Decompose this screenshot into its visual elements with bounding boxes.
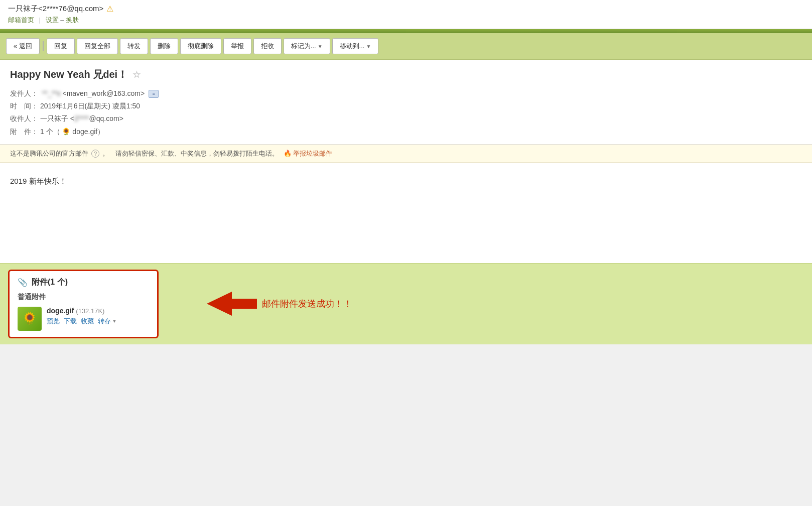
attachment-section: 📎 附件(1 个) 普通附件 🌻 doge.gif (132.17K) 预览 下… <box>0 263 812 344</box>
sender-row: 发件人： **_**x <maven_work@163.com> ≡ <box>10 87 802 100</box>
move-dropdown-arrow: ▼ <box>366 44 371 49</box>
to-row: 收件人： 一只袜子 <2****@qq.com> <box>10 112 802 125</box>
email-container: Happy New Yeah 兄dei！ ☆ 发件人： **_**x <mave… <box>0 60 812 263</box>
file-thumbnail: 🌻 <box>18 307 42 331</box>
attachment-row: 📎 附件(1 个) 普通附件 🌻 doge.gif (132.17K) 预览 下… <box>0 264 812 344</box>
from-name-blurred: **_**x <maven_work@163.com> <box>42 87 145 100</box>
nav-home-link[interactable]: 邮箱首页 <box>8 16 34 24</box>
save-dropdown-arrow: ▼ <box>112 318 117 324</box>
save-link[interactable]: 转存 ▼ <box>98 317 117 326</box>
email-subject: Happy New Yeah 兄dei！ ☆ <box>10 68 802 81</box>
clip-icon: 📎 <box>18 278 28 287</box>
warning-icon: ⚠ <box>106 4 113 14</box>
file-size: (132.17K) <box>76 307 104 315</box>
file-info: doge.gif (132.17K) 预览 下载 收藏 转存 ▼ <box>47 307 149 326</box>
delete-permanent-button[interactable]: 彻底删除 <box>180 38 221 54</box>
nav-dash: – <box>60 16 66 24</box>
attachment-row-meta: 附 件： 1 个（ 🌻 doge.gif） <box>10 125 802 138</box>
report-spam-text: 举报垃圾邮件 <box>293 149 332 158</box>
mark-button[interactable]: 标记为... ▼ <box>284 38 330 54</box>
attachment-file: 🌻 doge.gif (132.17K) 预览 下载 收藏 转存 ▼ <box>18 307 149 331</box>
fire-icon: 🔥 <box>284 150 292 157</box>
to-value: 一只袜子 <2****@qq.com> <box>40 114 123 122</box>
file-name-display: doge.gif (132.17K) <box>47 307 149 315</box>
username-display: 一只袜子<2****76@qq.com> <box>8 4 103 14</box>
spam-note: 。 请勿轻信密保、汇款、中奖信息，勿轻易拨打陌生电话。 <box>102 149 279 158</box>
question-icon[interactable]: ? <box>91 150 99 158</box>
nav-separator: | <box>39 16 43 24</box>
header-nav: 邮箱首页 | 设置 – 换肤 <box>8 16 804 25</box>
mark-dropdown-arrow: ▼ <box>318 44 323 49</box>
nav-settings-link[interactable]: 设置 <box>46 16 59 24</box>
move-button[interactable]: 移动到... ▼ <box>332 38 379 54</box>
collect-link[interactable]: 收藏 <box>81 317 94 326</box>
header-user: 一只袜子<2****76@qq.com> ⚠ <box>8 4 804 14</box>
subject-text: Happy New Yeah 兄dei！ <box>10 68 127 81</box>
star-icon[interactable]: ☆ <box>132 69 141 80</box>
attachment-label-meta: 附 件： <box>10 128 38 136</box>
delete-button[interactable]: 删除 <box>150 38 178 54</box>
spam-warning: 这不是腾讯公司的官方邮件 ? 。 请勿轻信密保、汇款、中奖信息，勿轻易拨打陌生电… <box>0 145 812 163</box>
preview-link[interactable]: 预览 <box>47 317 60 326</box>
svg-marker-0 <box>207 292 257 316</box>
reject-button[interactable]: 拒收 <box>253 38 282 54</box>
annotation-text: 邮件附件发送成功！！ <box>262 298 352 310</box>
forward-button[interactable]: 转发 <box>120 38 148 54</box>
spam-text: 这不是腾讯公司的官方邮件 <box>10 149 88 158</box>
file-actions: 预览 下载 收藏 转存 ▼ <box>47 317 149 326</box>
time-value: 2019年1月6日(星期天) 凌晨1:50 <box>40 102 140 110</box>
time-row: 时 间： 2019年1月6日(星期天) 凌晨1:50 <box>10 100 802 112</box>
sender-card-icon[interactable]: ≡ <box>149 90 159 98</box>
time-label: 时 间： <box>10 102 38 110</box>
reply-all-button[interactable]: 回复全部 <box>77 38 118 54</box>
email-body: 2019 新年快乐！ <box>0 163 812 263</box>
report-button[interactable]: 举报 <box>223 38 251 54</box>
download-link[interactable]: 下载 <box>64 317 77 326</box>
attachment-header: 📎 附件(1 个) <box>18 277 149 288</box>
reply-button[interactable]: 回复 <box>47 38 75 54</box>
email-body-text: 2019 新年快乐！ <box>10 175 802 188</box>
attachment-value-meta: 1 个（ 🌻 doge.gif） <box>40 128 104 136</box>
annotation-arrow: 邮件附件发送成功！！ <box>167 286 362 322</box>
nav-skin-link[interactable]: 换肤 <box>66 16 79 24</box>
attachment-section-label: 附件(1 个) <box>32 277 68 288</box>
toolbar: « 返回 回复 回复全部 转发 删除 彻底删除 举报 拒收 标记为... ▼ 移… <box>0 33 812 60</box>
file-name-text: doge.gif <box>47 307 74 315</box>
report-spam-link[interactable]: 🔥 举报垃圾邮件 <box>284 149 332 158</box>
green-bar <box>0 29 812 33</box>
back-button[interactable]: « 返回 <box>6 38 40 54</box>
toolbar-separator <box>43 41 44 51</box>
from-label: 发件人： <box>10 87 38 100</box>
to-label: 收件人： <box>10 114 38 122</box>
email-meta: 发件人： **_**x <maven_work@163.com> ≡ 时 间： … <box>10 87 802 138</box>
header: 一只袜子<2****76@qq.com> ⚠ 邮箱首页 | 设置 – 换肤 <box>0 0 812 29</box>
email-header: Happy New Yeah 兄dei！ ☆ 发件人： **_**x <mave… <box>0 60 812 145</box>
arrow-svg <box>177 292 257 316</box>
attachment-box: 📎 附件(1 个) 普通附件 🌻 doge.gif (132.17K) 预览 下… <box>8 270 159 338</box>
attachment-subtitle: 普通附件 <box>18 293 149 302</box>
